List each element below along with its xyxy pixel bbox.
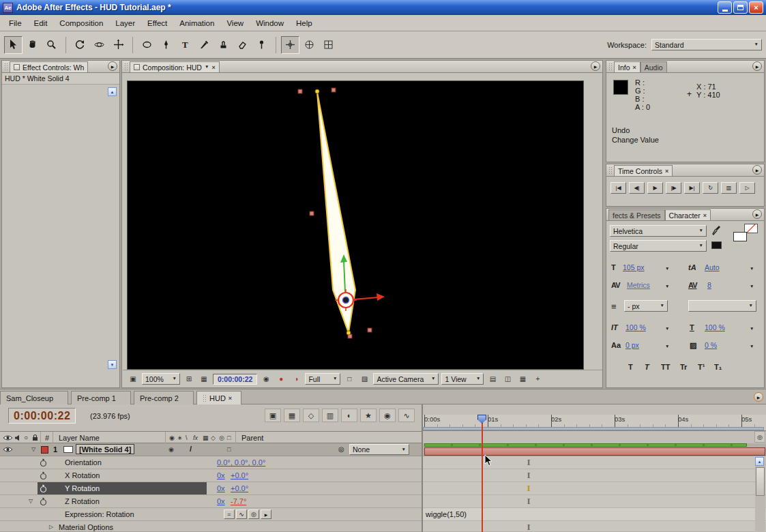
menu-composition[interactable]: Composition	[53, 17, 109, 29]
expression-language-menu[interactable]: ▶	[261, 509, 271, 519]
layer-twirl-icon[interactable]: ▽	[31, 446, 35, 452]
property-track[interactable]	[423, 521, 766, 532]
pen-tool[interactable]	[157, 36, 175, 54]
comp-timecode-field[interactable]: 0:00:00:22	[213, 374, 257, 385]
fill-stroke-widget[interactable]	[733, 224, 761, 247]
tab-time-controls[interactable]: Time Controls×	[614, 165, 673, 176]
title-bar[interactable]: Ae Adobe After Effects - HUD Tutorial.ae…	[0, 0, 766, 15]
stopwatch-icon[interactable]	[40, 458, 47, 467]
workspace-dropdown[interactable]: Standard▼	[651, 39, 762, 50]
keyframe-marker[interactable]: I	[525, 497, 532, 506]
panel-menu-button[interactable]: ▶	[108, 61, 117, 71]
tab-info[interactable]: Info×	[614, 61, 640, 72]
roi-button[interactable]: □	[343, 374, 355, 385]
first-frame-button[interactable]: |◀	[610, 182, 626, 194]
property-track[interactable]	[423, 469, 766, 482]
menu-edit[interactable]: Edit	[28, 17, 54, 29]
channels-button[interactable]: ◑	[290, 374, 302, 385]
selection-tool[interactable]	[4, 36, 23, 54]
property-row-material-options[interactable]: ▷ Material Options	[0, 521, 423, 532]
flowchart-button[interactable]: +	[531, 374, 544, 385]
close-button[interactable]: ×	[749, 1, 763, 14]
leading-value[interactable]: Auto	[705, 263, 720, 271]
menu-effect[interactable]: Effect	[141, 17, 173, 29]
kerning-value[interactable]: Metrics	[627, 281, 650, 289]
menu-window[interactable]: Window	[250, 17, 290, 29]
expression-graph-button[interactable]: ∿	[236, 509, 247, 519]
panel-grip[interactable]	[608, 166, 613, 175]
composition-panel-header[interactable]: Composition: HUD ▼ × ▶	[122, 61, 602, 73]
draft-3d-button[interactable]: ▦	[284, 409, 300, 422]
auto-keyframe-button[interactable]: ◉	[379, 409, 396, 422]
show-snapshot-button[interactable]: ●	[275, 374, 287, 385]
property-twirl-icon[interactable]: ▷	[49, 524, 53, 530]
close-icon[interactable]: ×	[703, 212, 707, 219]
audio-mute-button[interactable]: ▥	[721, 182, 737, 194]
enable-expression-button[interactable]: =	[224, 509, 235, 519]
vertical-scale-value[interactable]: 100 %	[625, 323, 646, 331]
expression-text[interactable]: wiggle(1,50)	[426, 510, 467, 518]
ram-preview-button[interactable]: ▷	[739, 182, 755, 194]
property-value[interactable]: 0x	[217, 471, 225, 479]
type-tool[interactable]: T	[176, 36, 194, 54]
font-style-dropdown[interactable]: Regular▼	[610, 240, 707, 252]
panel-menu-button[interactable]: ▶	[591, 61, 600, 71]
chevron-down-icon[interactable]: ▼	[750, 266, 754, 271]
graph-editor-button[interactable]: ∿	[398, 409, 415, 422]
zoom-tool[interactable]	[42, 36, 61, 54]
restore-button[interactable]	[733, 1, 748, 14]
font-family-dropdown[interactable]: Helvetica▼	[610, 225, 707, 237]
layer-track[interactable]	[423, 443, 766, 456]
superscript-button[interactable]: T¹	[698, 363, 705, 371]
layer-duration-bar[interactable]	[424, 447, 765, 456]
small-caps-button[interactable]: Tr	[680, 363, 687, 371]
parent-pickwhip-icon[interactable]: ◎	[338, 445, 344, 453]
keyframe-marker-selected[interactable]: I	[525, 484, 532, 493]
magnification-dropdown[interactable]: 100%▼	[142, 373, 180, 385]
motion-blur-button[interactable]: ◐	[341, 409, 357, 422]
baseline-shift-value[interactable]: 0 px	[625, 341, 639, 349]
keyframe-marker[interactable]: I	[525, 471, 532, 480]
character-panel-header[interactable]: fects & Presets Character× ▶	[606, 209, 764, 221]
chevron-down-icon[interactable]: ▼	[665, 266, 669, 271]
property-track[interactable]	[423, 482, 766, 495]
previous-frame-button[interactable]: ◀|	[629, 182, 645, 194]
tab-audio[interactable]: Audio	[640, 61, 667, 72]
timeline-scrollbar[interactable]: ▲	[755, 457, 765, 532]
safe-zones-button[interactable]: ⊞	[183, 374, 195, 385]
local-axis-mode-button[interactable]	[281, 36, 299, 54]
loop-button[interactable]: ↻	[703, 182, 718, 194]
resolution-dropdown[interactable]: Full▼	[305, 373, 340, 385]
parent-dropdown[interactable]: None▼	[349, 444, 409, 455]
panel-menu-button[interactable]: ▶	[752, 209, 762, 219]
live-update-button[interactable]: ▣	[265, 409, 281, 422]
property-value-degrees[interactable]: -7.7°	[231, 497, 246, 505]
tab-composition-hud[interactable]: Composition: HUD ▼ ×	[130, 61, 220, 72]
composition-viewport[interactable]	[127, 80, 584, 370]
view-axis-mode-button[interactable]	[319, 36, 338, 54]
menu-animation[interactable]: Animation	[173, 17, 220, 29]
property-row-orientation[interactable]: Orientation 0.0°, 0.0°, 0.0°	[0, 456, 423, 469]
panel-grip[interactable]	[124, 63, 128, 71]
panel-menu-button[interactable]: ▶	[752, 61, 762, 71]
next-frame-button[interactable]: |▶	[666, 182, 681, 194]
keyframe-marker[interactable]: I	[525, 458, 532, 467]
property-track[interactable]	[423, 495, 766, 508]
current-time-line[interactable]	[482, 422, 483, 532]
property-row-z-rotation[interactable]: ▽ Z Rotation 0x -7.7°	[0, 495, 423, 508]
property-value[interactable]: 0x	[217, 484, 225, 492]
tab-effects-presets[interactable]: fects & Presets	[608, 209, 665, 220]
chevron-down-icon[interactable]: ▼	[665, 284, 669, 289]
layer-label-chip[interactable]	[41, 446, 48, 454]
menu-file[interactable]: File	[3, 17, 28, 29]
close-icon[interactable]: ×	[211, 64, 215, 71]
info-panel-header[interactable]: Info× Audio ▶	[606, 61, 764, 73]
frame-blend-button[interactable]: ▥	[322, 409, 338, 422]
stopwatch-icon[interactable]	[40, 471, 47, 480]
property-value-degrees[interactable]: +0.0°	[231, 484, 248, 492]
brush-tool[interactable]	[195, 36, 213, 54]
faux-bold-button[interactable]: T	[628, 363, 633, 371]
view-layout-dropdown[interactable]: 1 View▼	[441, 373, 484, 385]
close-icon[interactable]: ×	[633, 64, 636, 71]
stroke-style-dropdown[interactable]: ▼	[688, 300, 756, 312]
